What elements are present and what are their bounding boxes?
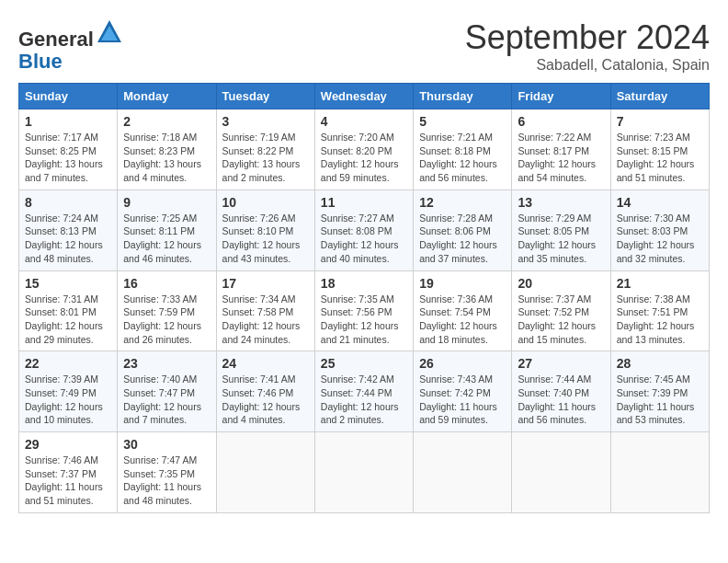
- day-number: 18: [321, 276, 407, 291]
- day-number: 29: [25, 437, 111, 452]
- calendar-cell: 2Sunrise: 7:18 AM Sunset: 8:23 PM Daylig…: [118, 109, 216, 190]
- day-number: 14: [617, 195, 703, 210]
- day-info: Sunrise: 7:30 AM Sunset: 8:03 PM Dayligh…: [617, 212, 703, 266]
- day-info: Sunrise: 7:19 AM Sunset: 8:22 PM Dayligh…: [222, 131, 309, 185]
- weekday-header-tuesday: Tuesday: [216, 84, 314, 109]
- day-info: Sunrise: 7:42 AM Sunset: 7:44 PM Dayligh…: [321, 373, 407, 427]
- calendar-cell: 28Sunrise: 7:45 AM Sunset: 7:39 PM Dayli…: [610, 351, 709, 432]
- day-number: 10: [222, 195, 309, 210]
- day-number: 22: [25, 356, 111, 371]
- calendar-cell: 4Sunrise: 7:20 AM Sunset: 8:20 PM Daylig…: [314, 109, 413, 190]
- day-number: 3: [222, 114, 309, 129]
- calendar-cell: [216, 432, 314, 513]
- calendar-cell: 20Sunrise: 7:37 AM Sunset: 7:52 PM Dayli…: [512, 270, 610, 351]
- day-info: Sunrise: 7:28 AM Sunset: 8:06 PM Dayligh…: [419, 212, 506, 266]
- location-title: Sabadell, Catalonia, Spain: [465, 57, 710, 74]
- calendar-cell: 30Sunrise: 7:47 AM Sunset: 7:35 PM Dayli…: [118, 432, 216, 513]
- day-number: 1: [25, 114, 111, 129]
- calendar-cell: 6Sunrise: 7:22 AM Sunset: 8:17 PM Daylig…: [512, 109, 610, 190]
- day-number: 30: [123, 437, 210, 452]
- calendar-cell: 13Sunrise: 7:29 AM Sunset: 8:05 PM Dayli…: [512, 190, 610, 270]
- logo-icon: [96, 18, 123, 46]
- logo-general-text: General: [18, 28, 94, 51]
- day-info: Sunrise: 7:29 AM Sunset: 8:05 PM Dayligh…: [518, 212, 604, 266]
- calendar-cell: 8Sunrise: 7:24 AM Sunset: 8:13 PM Daylig…: [19, 190, 118, 270]
- day-number: 28: [617, 356, 703, 371]
- day-number: 20: [518, 276, 604, 291]
- calendar-cell: 19Sunrise: 7:36 AM Sunset: 7:54 PM Dayli…: [414, 270, 512, 351]
- day-info: Sunrise: 7:40 AM Sunset: 7:47 PM Dayligh…: [123, 373, 210, 427]
- day-info: Sunrise: 7:25 AM Sunset: 8:11 PM Dayligh…: [123, 212, 210, 266]
- day-number: 25: [321, 356, 407, 371]
- calendar-cell: [414, 432, 512, 513]
- day-number: 2: [123, 114, 210, 129]
- day-info: Sunrise: 7:26 AM Sunset: 8:10 PM Dayligh…: [222, 212, 309, 266]
- logo-blue-text: Blue: [18, 50, 63, 73]
- weekday-header-sunday: Sunday: [19, 84, 118, 109]
- day-info: Sunrise: 7:34 AM Sunset: 7:58 PM Dayligh…: [222, 293, 309, 347]
- calendar-cell: 25Sunrise: 7:42 AM Sunset: 7:44 PM Dayli…: [314, 351, 413, 432]
- calendar-cell: 12Sunrise: 7:28 AM Sunset: 8:06 PM Dayli…: [414, 190, 512, 270]
- weekday-header-saturday: Saturday: [610, 84, 709, 109]
- calendar-cell: 29Sunrise: 7:46 AM Sunset: 7:37 PM Dayli…: [19, 432, 118, 513]
- calendar-cell: 5Sunrise: 7:21 AM Sunset: 8:18 PM Daylig…: [414, 109, 512, 190]
- day-info: Sunrise: 7:41 AM Sunset: 7:46 PM Dayligh…: [222, 373, 309, 427]
- day-number: 17: [222, 276, 309, 291]
- day-number: 27: [518, 356, 604, 371]
- calendar-cell: 27Sunrise: 7:44 AM Sunset: 7:40 PM Dayli…: [512, 351, 610, 432]
- day-info: Sunrise: 7:31 AM Sunset: 8:01 PM Dayligh…: [25, 293, 111, 347]
- weekday-header-friday: Friday: [512, 84, 610, 109]
- day-number: 8: [25, 195, 111, 210]
- day-number: 12: [419, 195, 506, 210]
- calendar-cell: [610, 432, 709, 513]
- day-info: Sunrise: 7:39 AM Sunset: 7:49 PM Dayligh…: [25, 373, 111, 427]
- day-info: Sunrise: 7:43 AM Sunset: 7:42 PM Dayligh…: [419, 373, 506, 427]
- day-info: Sunrise: 7:27 AM Sunset: 8:08 PM Dayligh…: [321, 212, 407, 266]
- day-number: 7: [617, 114, 703, 129]
- day-number: 5: [419, 114, 506, 129]
- day-info: Sunrise: 7:45 AM Sunset: 7:39 PM Dayligh…: [617, 373, 703, 427]
- day-number: 21: [617, 276, 703, 291]
- calendar-cell: 14Sunrise: 7:30 AM Sunset: 8:03 PM Dayli…: [610, 190, 709, 270]
- calendar-cell: 10Sunrise: 7:26 AM Sunset: 8:10 PM Dayli…: [216, 190, 314, 270]
- day-info: Sunrise: 7:21 AM Sunset: 8:18 PM Dayligh…: [419, 131, 506, 185]
- calendar-cell: 16Sunrise: 7:33 AM Sunset: 7:59 PM Dayli…: [118, 270, 216, 351]
- calendar-table: SundayMondayTuesdayWednesdayThursdayFrid…: [18, 83, 710, 513]
- day-info: Sunrise: 7:17 AM Sunset: 8:25 PM Dayligh…: [25, 131, 111, 185]
- month-title: September 2024: [465, 18, 710, 57]
- day-number: 26: [419, 356, 506, 371]
- day-number: 24: [222, 356, 309, 371]
- day-info: Sunrise: 7:18 AM Sunset: 8:23 PM Dayligh…: [123, 131, 210, 185]
- calendar-cell: 9Sunrise: 7:25 AM Sunset: 8:11 PM Daylig…: [118, 190, 216, 270]
- calendar-cell: 17Sunrise: 7:34 AM Sunset: 7:58 PM Dayli…: [216, 270, 314, 351]
- calendar-cell: 21Sunrise: 7:38 AM Sunset: 7:51 PM Dayli…: [610, 270, 709, 351]
- calendar-cell: 1Sunrise: 7:17 AM Sunset: 8:25 PM Daylig…: [19, 109, 118, 190]
- day-info: Sunrise: 7:37 AM Sunset: 7:52 PM Dayligh…: [518, 293, 604, 347]
- day-info: Sunrise: 7:22 AM Sunset: 8:17 PM Dayligh…: [518, 131, 604, 185]
- title-block: September 2024 Sabadell, Catalonia, Spai…: [465, 18, 710, 74]
- weekday-header-thursday: Thursday: [414, 84, 512, 109]
- day-info: Sunrise: 7:23 AM Sunset: 8:15 PM Dayligh…: [617, 131, 703, 185]
- day-number: 15: [25, 276, 111, 291]
- calendar-cell: 18Sunrise: 7:35 AM Sunset: 7:56 PM Dayli…: [314, 270, 413, 351]
- calendar-cell: 11Sunrise: 7:27 AM Sunset: 8:08 PM Dayli…: [314, 190, 413, 270]
- calendar-cell: [512, 432, 610, 513]
- calendar-cell: 22Sunrise: 7:39 AM Sunset: 7:49 PM Dayli…: [19, 351, 118, 432]
- day-info: Sunrise: 7:33 AM Sunset: 7:59 PM Dayligh…: [123, 293, 210, 347]
- calendar-cell: 3Sunrise: 7:19 AM Sunset: 8:22 PM Daylig…: [216, 109, 314, 190]
- calendar-cell: [314, 432, 413, 513]
- day-info: Sunrise: 7:35 AM Sunset: 7:56 PM Dayligh…: [321, 293, 407, 347]
- day-number: 19: [419, 276, 506, 291]
- day-number: 11: [321, 195, 407, 210]
- day-info: Sunrise: 7:24 AM Sunset: 8:13 PM Dayligh…: [25, 212, 111, 266]
- day-info: Sunrise: 7:38 AM Sunset: 7:51 PM Dayligh…: [617, 293, 703, 347]
- day-info: Sunrise: 7:20 AM Sunset: 8:20 PM Dayligh…: [321, 131, 407, 185]
- day-info: Sunrise: 7:46 AM Sunset: 7:37 PM Dayligh…: [25, 454, 111, 508]
- day-number: 6: [518, 114, 604, 129]
- day-info: Sunrise: 7:44 AM Sunset: 7:40 PM Dayligh…: [518, 373, 604, 427]
- page-header: General Blue September 2024 Sabadell, Ca…: [18, 18, 710, 74]
- day-number: 9: [123, 195, 210, 210]
- day-number: 16: [123, 276, 210, 291]
- day-info: Sunrise: 7:47 AM Sunset: 7:35 PM Dayligh…: [123, 454, 210, 508]
- day-info: Sunrise: 7:36 AM Sunset: 7:54 PM Dayligh…: [419, 293, 506, 347]
